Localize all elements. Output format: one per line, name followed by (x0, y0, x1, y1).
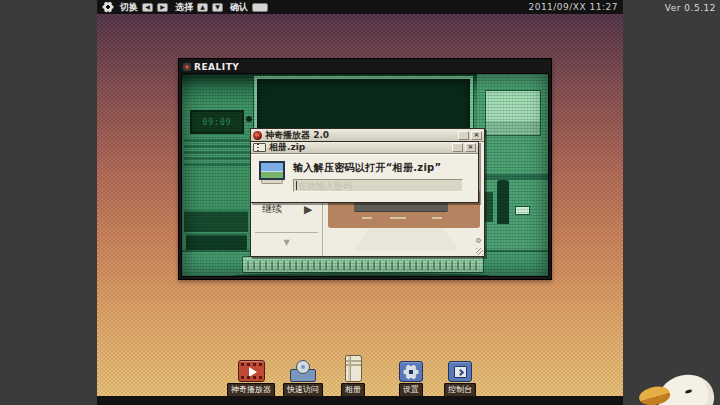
dialog-content: 输入解压密码以打开“相册.zip” (293, 161, 472, 197)
taskbar-label: 快速访问 (283, 383, 323, 397)
version-label: Ver 0.5.12 (665, 3, 716, 13)
taskbar-label: 相册 (341, 383, 365, 397)
disc-hole (301, 365, 305, 369)
album-title-buttons: × (452, 143, 476, 152)
player-app-icon (253, 131, 262, 140)
sidebar-divider (255, 232, 318, 233)
taskbar-icon-slot (345, 355, 362, 382)
taskbar-item-settings[interactable]: 设置 (399, 355, 423, 397)
gear-core (103, 3, 112, 12)
film-holes (241, 376, 262, 379)
prompt-arrow-icon (457, 369, 464, 376)
album-title: 相册.zip (269, 141, 305, 154)
album-minimize-button[interactable] (452, 143, 463, 152)
gear-core (405, 366, 417, 378)
cassette-label-mark (390, 217, 406, 219)
reality-window-icon (183, 63, 191, 71)
taskbar-item-quick-access[interactable]: 快速访问 (283, 355, 323, 397)
photo-icon (259, 161, 285, 197)
confirm-label: 确认 (230, 1, 248, 14)
continue-item[interactable]: 继续 ▶ (251, 202, 322, 216)
continue-label: 继续 (262, 202, 282, 216)
close-icon: × (474, 132, 480, 139)
reality-titlebar[interactable]: REALITY (181, 61, 549, 73)
album-window: 相册.zip × 输入解压密码以打开“相册.zip” (250, 141, 479, 203)
taskbar-item-player[interactable]: 神奇播放器 (227, 355, 275, 397)
bottom-bar (97, 396, 623, 405)
photo-icon-base (261, 180, 283, 184)
text-caret (296, 181, 297, 190)
taskbar-label: 控制台 (444, 383, 476, 397)
quick-access-icon (290, 360, 316, 382)
game-screen: 切换 ◀ ▶ 选择 ▲ ▼ 确认 2011/09/XX 11:27 REALIT… (97, 0, 623, 405)
goose-character (638, 366, 720, 405)
prev-key-icon[interactable]: ◀ (142, 3, 153, 12)
player-taskbar-icon (238, 360, 265, 382)
player-title-buttons: × (458, 131, 482, 140)
cassette-label-mark (362, 217, 372, 219)
select-label: 选择 (175, 1, 193, 14)
player-title: 神奇播放器 2.0 (265, 129, 329, 142)
cassette-label-mark (432, 217, 442, 219)
confirm-key-icon[interactable] (252, 3, 268, 12)
resize-grip[interactable] (476, 248, 483, 255)
console-icon (448, 361, 472, 382)
play-icon: ▶ (304, 203, 312, 216)
album-titlebar[interactable]: 相册.zip × (251, 142, 478, 154)
player-minimize-button[interactable] (458, 131, 469, 140)
album-book-icon (345, 355, 362, 382)
close-icon: × (468, 144, 474, 151)
screw-dot (476, 238, 481, 243)
top-menu-bar: 切换 ◀ ▶ 选择 ▲ ▼ 确认 2011/09/XX 11:27 (97, 0, 623, 14)
deck-reflection (354, 229, 458, 250)
next-key-icon[interactable]: ▶ (157, 3, 168, 12)
photo-icon-image (259, 161, 285, 180)
book-band (346, 364, 361, 366)
taskbar-label: 神奇播放器 (227, 383, 275, 397)
zip-folder-icon (253, 143, 266, 152)
password-input-frame (293, 179, 463, 192)
app-frame: Ver 0.5.12 切换 ◀ ▶ 选择 ▲ ▼ 确认 2011/09/XX 1… (0, 0, 720, 405)
password-dialog: 输入解压密码以打开“相册.zip” (251, 154, 478, 202)
taskbar-icon-slot (448, 355, 472, 382)
taskbar-item-console[interactable]: 控制台 (444, 355, 476, 397)
taskbar-icon-slot (399, 355, 423, 382)
up-key-icon[interactable]: ▲ (197, 3, 208, 12)
down-key-icon[interactable]: ▼ (212, 3, 223, 12)
book-band (346, 360, 361, 362)
film-holes (241, 363, 262, 366)
settings-gear-icon (399, 361, 423, 382)
gear-icon[interactable] (102, 2, 113, 13)
scroll-down-icon[interactable]: ▼ (251, 238, 322, 247)
dialog-message: 输入解压密码以打开“相册.zip” (293, 161, 472, 175)
datetime-label: 2011/09/XX 11:27 (528, 2, 618, 12)
taskbar-icon-slot (290, 355, 316, 382)
terminal-screen (454, 366, 467, 378)
taskbar-item-album[interactable]: 相册 (341, 355, 365, 397)
password-input[interactable] (298, 181, 460, 191)
taskbar-label: 设置 (399, 383, 423, 397)
reality-title: REALITY (194, 62, 239, 72)
zip-zipper (257, 144, 259, 151)
album-close-button[interactable]: × (465, 143, 476, 152)
taskbar-icon-slot (238, 355, 265, 382)
player-close-button[interactable]: × (471, 131, 482, 140)
switch-label: 切换 (120, 1, 138, 14)
